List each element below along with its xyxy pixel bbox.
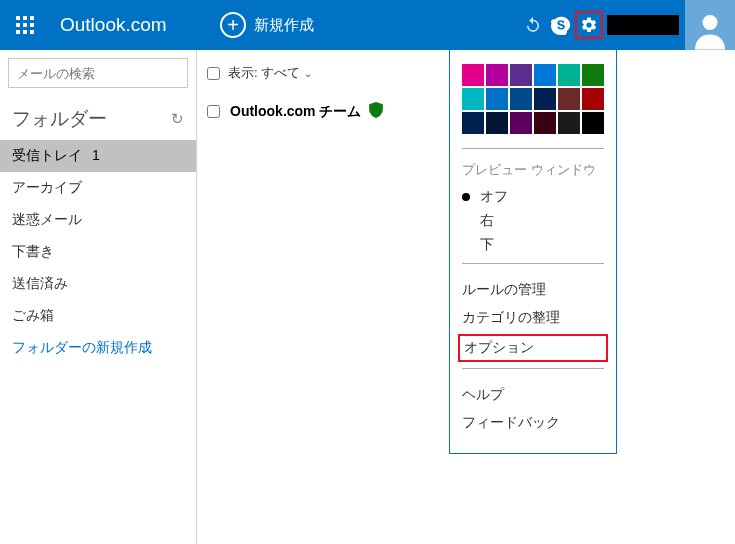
folder-drafts[interactable]: 下書き	[0, 236, 196, 268]
svg-rect-6	[16, 30, 20, 34]
settings-link-feedback[interactable]: フィードバック	[462, 409, 604, 437]
message-sender: Outlook.com チーム	[230, 103, 361, 121]
svg-rect-7	[23, 30, 27, 34]
new-folder-link[interactable]: フォルダーの新規作成	[0, 332, 196, 364]
theme-swatch[interactable]	[534, 88, 556, 110]
folders-heading: フォルダー	[12, 106, 107, 132]
user-name-redacted	[607, 15, 679, 35]
preview-option-off[interactable]: オフ	[462, 185, 604, 209]
theme-swatch[interactable]	[486, 88, 508, 110]
theme-swatch[interactable]	[558, 112, 580, 134]
theme-swatch[interactable]	[582, 64, 604, 86]
sidebar: フォルダー ↻ 受信トレイ 1 アーカイブ 迷惑メール 下書き 送信済み ごみ箱…	[0, 50, 197, 544]
settings-button[interactable]	[575, 0, 603, 50]
select-all-checkbox[interactable]	[207, 67, 220, 80]
theme-swatch[interactable]	[582, 112, 604, 134]
undo-icon	[524, 16, 542, 34]
panel-separator	[462, 368, 604, 369]
theme-swatch[interactable]	[558, 88, 580, 110]
svg-rect-2	[30, 16, 34, 20]
folder-inbox[interactable]: 受信トレイ 1	[0, 140, 196, 172]
compose-button[interactable]: + 新規作成	[210, 12, 314, 38]
svg-rect-0	[16, 16, 20, 20]
main-body: フォルダー ↻ 受信トレイ 1 アーカイブ 迷惑メール 下書き 送信済み ごみ箱…	[0, 50, 735, 544]
message-checkbox[interactable]	[207, 105, 220, 118]
preview-window-label: プレビュー ウィンドウ	[462, 161, 604, 179]
svg-rect-4	[23, 23, 27, 27]
theme-swatch[interactable]	[486, 112, 508, 134]
svg-point-9	[703, 15, 718, 30]
theme-color-grid	[462, 64, 604, 134]
undo-button[interactable]	[519, 0, 547, 50]
folder-archive[interactable]: アーカイブ	[0, 172, 196, 204]
theme-swatch[interactable]	[462, 112, 484, 134]
app-header: Outlook.com + 新規作成	[0, 0, 735, 50]
svg-rect-3	[16, 23, 20, 27]
folder-junk[interactable]: 迷惑メール	[0, 204, 196, 236]
theme-swatch[interactable]	[510, 88, 532, 110]
refresh-icon[interactable]: ↻	[171, 110, 184, 128]
theme-swatch[interactable]	[534, 112, 556, 134]
person-icon	[692, 10, 728, 50]
skype-icon	[551, 15, 571, 35]
view-value[interactable]: すべて	[261, 64, 300, 82]
theme-swatch[interactable]	[486, 64, 508, 86]
brand-title[interactable]: Outlook.com	[50, 14, 210, 36]
theme-swatch[interactable]	[534, 64, 556, 86]
settings-link-categories[interactable]: カテゴリの整理	[462, 304, 604, 332]
preview-option-right[interactable]: 右	[462, 209, 604, 233]
folders-heading-row: フォルダー ↻	[0, 96, 196, 140]
preview-option-bottom[interactable]: 下	[462, 233, 604, 257]
user-avatar[interactable]	[685, 0, 735, 50]
settings-link-options[interactable]: オプション	[458, 334, 608, 362]
waffle-icon	[16, 16, 34, 34]
view-label: 表示:	[228, 64, 258, 82]
gear-icon	[580, 16, 598, 34]
theme-swatch[interactable]	[462, 64, 484, 86]
svg-rect-1	[23, 16, 27, 20]
theme-swatch[interactable]	[510, 64, 532, 86]
app-launcher-button[interactable]	[0, 0, 50, 50]
theme-swatch[interactable]	[510, 112, 532, 134]
skype-button[interactable]	[547, 0, 575, 50]
panel-separator	[462, 148, 604, 149]
compose-label: 新規作成	[254, 16, 314, 35]
folder-trash[interactable]: ごみ箱	[0, 300, 196, 332]
radio-selected-icon	[462, 193, 470, 201]
content-pane: 表示: すべて ⌄ Outlook.com チーム プレビュー ウィンドウ オフ…	[197, 50, 735, 544]
folder-count: 1	[92, 147, 100, 163]
svg-rect-8	[30, 30, 34, 34]
settings-link-help[interactable]: ヘルプ	[462, 381, 604, 409]
search-input[interactable]	[17, 66, 185, 81]
verified-shield-icon	[369, 102, 383, 121]
panel-separator	[462, 263, 604, 264]
theme-swatch[interactable]	[558, 64, 580, 86]
search-box[interactable]	[8, 58, 188, 88]
settings-dropdown: プレビュー ウィンドウ オフ 右 下 ルールの管理 カテゴリの整理 オプション …	[449, 50, 617, 454]
settings-highlight-box	[575, 11, 603, 39]
folder-label: 受信トレイ	[12, 147, 82, 163]
chevron-down-icon: ⌄	[304, 68, 312, 79]
plus-circle-icon: +	[220, 12, 246, 38]
settings-link-rules[interactable]: ルールの管理	[462, 276, 604, 304]
theme-swatch[interactable]	[462, 88, 484, 110]
svg-rect-5	[30, 23, 34, 27]
folder-sent[interactable]: 送信済み	[0, 268, 196, 300]
theme-swatch[interactable]	[582, 88, 604, 110]
header-actions	[519, 0, 735, 50]
